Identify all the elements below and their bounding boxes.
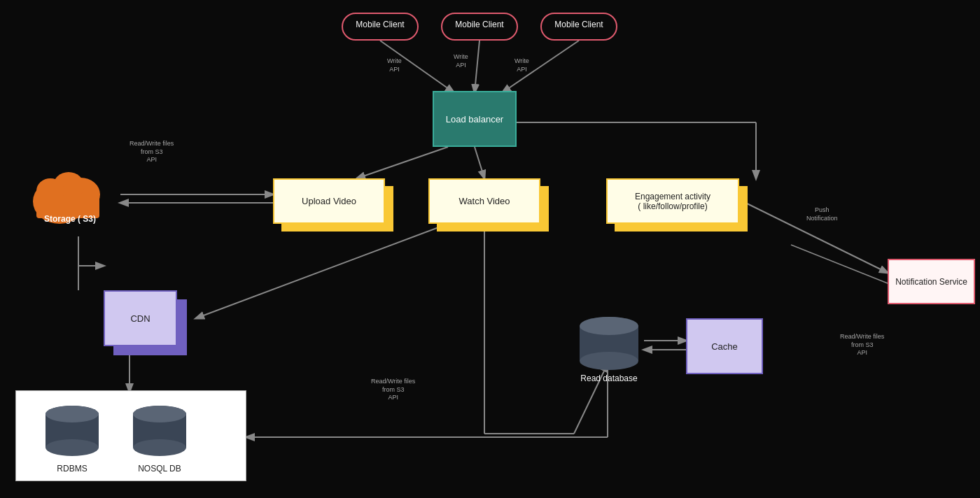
svg-line-4 xyxy=(475,147,484,178)
mobile-client-2: Mobile Client xyxy=(441,13,518,41)
svg-point-29 xyxy=(46,439,99,456)
rdbms-label: RDBMS xyxy=(41,464,104,474)
svg-point-30 xyxy=(46,406,99,422)
load-balancer: Load balancer xyxy=(433,91,517,147)
notification-service-box: Notification Service xyxy=(888,259,975,304)
svg-point-34 xyxy=(133,406,186,422)
cdn-box: CDN xyxy=(104,290,177,346)
svg-line-15 xyxy=(196,224,448,318)
label-mc2-lb: Write API xyxy=(454,53,468,69)
svg-line-21 xyxy=(791,245,888,283)
read-db-label: Read database xyxy=(574,374,644,383)
watch-video-box: Watch Video xyxy=(428,178,540,224)
read-database: Read database xyxy=(574,313,644,383)
mobile-client-1: Mobile Client xyxy=(342,13,419,41)
storage-s3: Storage ( S3) xyxy=(28,152,105,229)
svg-line-3 xyxy=(357,147,448,178)
svg-point-38 xyxy=(580,317,638,335)
rdbms-cylinder: RDBMS xyxy=(41,401,104,474)
diagram: Mobile Client Mobile Client Mobile Clien… xyxy=(0,0,980,498)
svg-point-37 xyxy=(580,352,638,370)
db-container: RDBMS NOSQL DB xyxy=(15,390,246,481)
storage-s3-label: Storage ( S3) xyxy=(28,214,112,224)
label-cache-notif: Read/Write files from S3 API xyxy=(840,333,884,357)
label-mc3-lb: Write API xyxy=(514,57,529,73)
engagement-box: Engagement activity ( like/follow/profil… xyxy=(606,178,739,224)
svg-point-33 xyxy=(133,439,186,456)
nosql-cylinder: NOSQL DB xyxy=(128,401,191,474)
cache-box: Cache xyxy=(686,318,763,374)
label-s3-cdn: Read/Write files from S3 API xyxy=(130,140,174,164)
svg-line-1 xyxy=(475,41,479,92)
label-mc1-lb: Write API xyxy=(387,57,402,73)
label-watch-cdn: Read/Write files from S3 API xyxy=(371,378,415,402)
upload-video-box: Upload Video xyxy=(273,178,385,224)
mobile-client-3: Mobile Client xyxy=(540,13,617,41)
label-engagement-notif: Push Notification xyxy=(806,206,838,222)
nosql-label: NOSQL DB xyxy=(128,464,191,474)
